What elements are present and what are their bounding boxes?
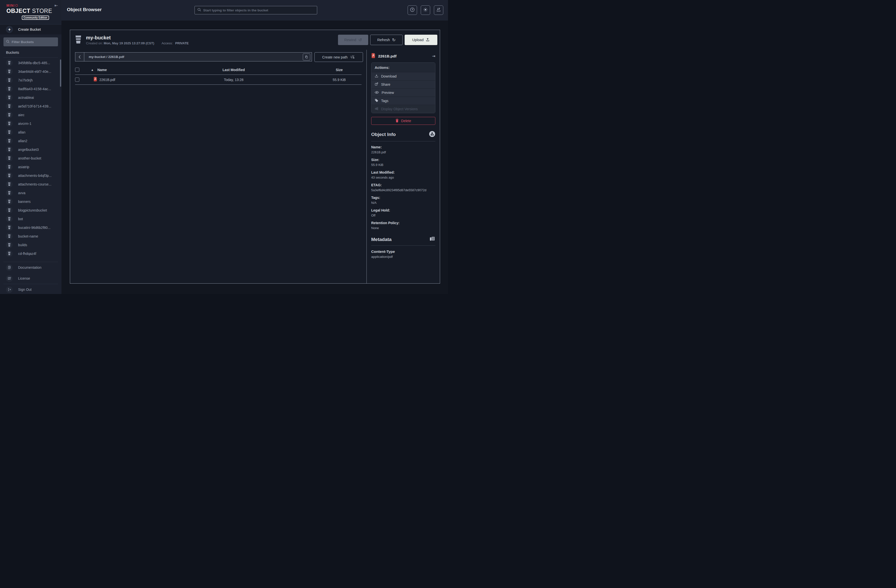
sort-asc-icon[interactable]: ▲ [91,68,93,71]
metadata-field: Content-Type application/pdf [371,249,435,258]
sidebar-bucket-item[interactable]: aiec [0,111,61,119]
bucket-icon [6,85,13,92]
upload-download-icon [436,7,441,13]
column-header-last-modified[interactable]: Last Modified [189,68,278,72]
sidebar-scrollbar[interactable] [60,59,61,87]
sidebar-bucket-item[interactable]: banners [0,197,61,206]
sidebar-bucket-item[interactable]: ae5d710f-b714-439... [0,102,61,111]
object-name: 2261B.pdf [99,78,115,82]
sidebar-footer: Documentation License Sign Out [0,262,61,294]
column-header-name[interactable]: Name [98,68,107,72]
action-display-object-versions[interactable]: Display Object Versions [372,105,435,113]
refresh-icon: ↻ [392,37,395,43]
bucket-icon [6,224,13,231]
actions-title: Actions: [372,63,435,72]
column-header-size[interactable]: Size [317,68,361,72]
refresh-button[interactable]: Refresh ↻ [370,35,403,45]
filter-buckets-input[interactable]: Filter Buckets [3,37,58,46]
object-detail-panel: 2261B.pdf ⇥ Actions: DownloadSharePrevie… [366,50,440,283]
pdf-file-icon [371,53,375,59]
info-field: Legal Hold:Off [371,208,435,217]
collapse-panel-icon[interactable]: ⇥ [432,54,435,58]
sidebar-bucket-item[interactable]: another-bucket [0,154,61,163]
sidebar-bucket-item[interactable]: 345fd6fa-dbc5-485... [0,58,61,67]
copy-path-button[interactable] [303,53,310,61]
info-field: Name:2261B.pdf [371,145,435,154]
breadcrumb-path: my-bucket / 2261B.pdf [89,55,124,59]
sidebar-bucket-item[interactable]: builds [0,240,61,249]
create-new-path-button[interactable]: Create new path [314,52,363,62]
bucket-icon [6,242,13,248]
bucket-icon [6,198,13,205]
object-activity-button[interactable] [434,5,443,15]
action-download[interactable]: Download [372,72,435,80]
breadcrumb: my-bucket / 2261B.pdf [75,52,312,61]
action-preview[interactable]: Preview [372,88,435,97]
sidebar-item-license[interactable]: License [0,273,61,284]
object-info-fields: Name:2261B.pdfSize:55.9 KiBLast Modified… [371,145,435,230]
metadata-icon [430,236,435,243]
select-all-checkbox[interactable] [75,68,79,72]
preview-icon [375,91,379,95]
objects-table: ▲ Name Last Modified Size [75,65,361,85]
sidebar-bucket-item[interactable]: attachments-course... [0,180,61,188]
top-actions: ? [408,5,443,15]
object-info-header: Object Info [371,131,435,138]
bucket-icon [6,190,13,196]
sidebar-bucket-item[interactable]: allan [0,128,61,137]
object-search-input[interactable]: Start typing to filter objects in the bu… [195,6,317,14]
sidebar-bucket-item[interactable]: avva [0,188,61,197]
create-bucket-button[interactable]: + Create Bucket [0,24,61,35]
upload-button[interactable]: Upload [405,35,437,45]
bucket-icon [6,250,13,257]
info-field: Size:55.9 KiB [371,158,435,167]
table-header-row: ▲ Name Last Modified Size [75,65,361,75]
object-versions-icon [429,131,435,138]
back-button[interactable] [75,53,84,61]
detail-file-header: 2261B.pdf ⇥ [371,53,435,59]
delete-button[interactable]: Delete [371,117,435,125]
action-share[interactable]: Share [372,80,435,88]
action-tags[interactable]: Tags [372,97,435,105]
sidebar-bucket-item[interactable]: 34ae84d4-ebf7-40e... [0,67,61,76]
sidebar-bucket-item[interactable]: bot [0,214,61,223]
sidebar-bucket-item[interactable]: 8adf6a43-4158-4ac... [0,85,61,93]
rewind-button[interactable]: Rewind ↺ [338,35,368,45]
help-button[interactable]: ? [408,5,417,15]
bucket-icon [6,103,13,109]
metadata-title: Metadata [371,237,392,242]
sidebar-bucket-item[interactable]: 7xi7lx9rjh [0,76,61,85]
sidebar-item-sign-out[interactable]: Sign Out [0,284,61,294]
sidebar-bucket-item[interactable]: cd-fhdqaz4f [0,249,61,258]
divider [371,245,435,246]
sidebar-bucket-item[interactable]: asiatrip [0,163,61,171]
theme-toggle-button[interactable] [421,5,430,15]
app-logo: ⇤ MINIO OBJECT STORE Community Edition [0,0,61,22]
bucket-icon [6,164,13,170]
community-edition-badge: Community Edition [22,15,49,20]
collapse-sidebar-icon[interactable]: ⇤ [55,3,58,8]
sidebar-bucket-item[interactable]: blogpicturesbucket [0,206,61,214]
sidebar-bucket-item[interactable]: actnableai [0,93,61,102]
bucket-icon [6,111,13,118]
search-icon [197,8,201,13]
bucket-icon [6,233,13,240]
row-checkbox[interactable] [75,77,79,82]
rewind-icon: ↺ [358,37,362,43]
table-row[interactable]: 2261B.pdf Today, 13:28 55.9 KiB [75,75,361,85]
sidebar-bucket-item[interactable]: attachments-b4qf3p... [0,171,61,180]
sidebar-bucket-item[interactable]: aivcrm-1 [0,119,61,128]
trash-icon [395,119,399,123]
sidebar-item-documentation[interactable]: Documentation [0,262,61,273]
bucket-icon [6,216,13,222]
sidebar-bucket-item[interactable]: bucatini-96d6b2f80... [0,223,61,232]
sidebar-bucket-item[interactable]: bucket-name [0,232,61,240]
versions-icon [375,107,378,111]
sidebar-bucket-item[interactable]: angelbucket3 [0,145,61,154]
bucket-icon [6,146,13,153]
sidebar-bucket-item[interactable]: allan2 [0,137,61,145]
share-icon [375,82,378,87]
sign-out-icon [6,286,13,293]
minio-brand: MINIO [6,3,58,8]
bucket-icon [6,181,13,187]
